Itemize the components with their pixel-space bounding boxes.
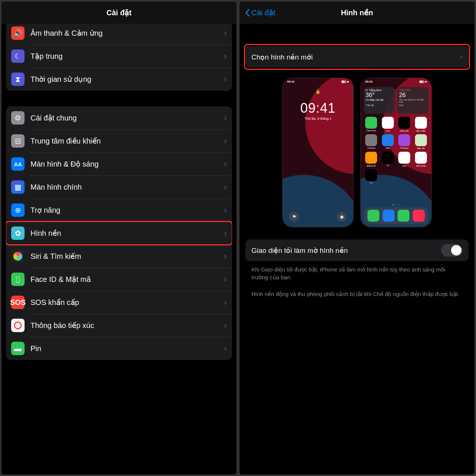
settings-row-label: Màn hình chính bbox=[30, 183, 221, 192]
wallpaper-content: Chọn hình nền mới › 09:41▮▮▯ ▰ 🔒 09:41 T… bbox=[239, 24, 475, 298]
choose-wallpaper-label: Chọn hình nền mới bbox=[251, 53, 460, 61]
chevron-right-icon: › bbox=[224, 159, 227, 169]
settings-row-label: Siri & Tìm kiếm bbox=[30, 252, 221, 261]
chevron-right-icon: › bbox=[224, 320, 227, 331]
settings-row-sos[interactable]: SOSSOS khẩn cấp› bbox=[6, 291, 232, 314]
dim-switch[interactable] bbox=[441, 244, 463, 257]
settings-row-controlcenter[interactable]: ⊟Trung tâm điều khiển› bbox=[6, 129, 232, 152]
lock-icon: 🔒 bbox=[315, 89, 321, 94]
chevron-right-icon: › bbox=[224, 251, 227, 261]
homescreen-icon: ▦ bbox=[11, 180, 25, 194]
general-icon: ⚙ bbox=[11, 111, 25, 125]
settings-row-label: Tập trung bbox=[30, 52, 221, 61]
settings-content[interactable]: 🔊Âm thanh & Cảm ứng›☾Tập trung›⧗Thời gia… bbox=[1, 24, 237, 475]
settings-row-label: Âm thanh & Cảm ứng bbox=[30, 29, 221, 38]
wallpaper-previews: 09:41▮▮▯ ▰ 🔒 09:41 Thứ Ba, 9 tháng 1 ⚑ ◉… bbox=[245, 78, 469, 227]
footer-text-2: Hình nền động và thu phóng phối cảnh bị … bbox=[245, 281, 469, 298]
chevron-right-icon: › bbox=[224, 74, 227, 84]
wallpaper-header: Cài đặt Hình nền bbox=[239, 1, 475, 24]
settings-row-label: Cài đặt chung bbox=[30, 113, 221, 122]
faceid-icon: ⌷ bbox=[11, 273, 25, 286]
settings-row-general[interactable]: ⚙Cài đặt chung› bbox=[6, 106, 232, 129]
settings-row-label: Trợ năng bbox=[30, 206, 221, 215]
chevron-right-icon: › bbox=[224, 113, 227, 123]
weather-widget: H. Trảng Bom 36° Có Mây Vài nơi Thời tiế… bbox=[364, 87, 395, 114]
wallpaper-title: Hình nền bbox=[341, 8, 373, 17]
controlcenter-icon: ⊟ bbox=[11, 134, 25, 148]
back-label: Cài đặt bbox=[251, 8, 275, 17]
choose-wallpaper-row[interactable]: Chọn hình nền mới › bbox=[245, 46, 469, 68]
dim-label: Giao diện tối làm mờ hình nền bbox=[251, 246, 441, 255]
settings-title: Cài đặt bbox=[106, 8, 132, 17]
chevron-left-icon bbox=[245, 9, 250, 17]
settings-group-2: ⚙Cài đặt chung›⊟Trung tâm điều khiển›AAM… bbox=[6, 106, 232, 360]
chevron-right-icon: › bbox=[460, 52, 463, 62]
footer-text-1: Khi Giao diện tối được bật, iPhone sẽ là… bbox=[245, 261, 469, 281]
sos-icon: SOS bbox=[11, 296, 25, 309]
accessibility-icon: ⊕ bbox=[11, 203, 25, 217]
settings-row-label: Hình nền bbox=[30, 229, 221, 238]
chevron-right-icon: › bbox=[224, 28, 227, 38]
settings-row-siri[interactable]: Siri & Tìm kiếm› bbox=[6, 245, 232, 268]
settings-row-label: Màn hình & Độ sáng bbox=[30, 160, 221, 168]
svg-point-0 bbox=[15, 322, 21, 329]
settings-row-label: Pin bbox=[30, 344, 221, 353]
chevron-right-icon: › bbox=[224, 51, 227, 61]
settings-pane: Cài đặt 🔊Âm thanh & Cảm ứng›☾Tập trung›⧗… bbox=[1, 1, 237, 475]
chevron-right-icon: › bbox=[224, 136, 227, 146]
flashlight-icon: ⚑ bbox=[289, 212, 299, 222]
homescreen-preview[interactable]: 09:41▮▮▯ ▰ H. Trảng Bom 36° Có Mây Vài n… bbox=[361, 78, 431, 227]
settings-row-focus[interactable]: ☾Tập trung› bbox=[6, 45, 232, 68]
chevron-right-icon: › bbox=[224, 297, 227, 308]
wallpaper-pane: Cài đặt Hình nền Chọn hình nền mới › 09:… bbox=[239, 1, 475, 475]
dim-toggle-row: Giao diện tối làm mờ hình nền bbox=[245, 239, 469, 261]
siri-icon bbox=[11, 250, 25, 263]
screentime-icon: ⧗ bbox=[11, 73, 25, 86]
back-button[interactable]: Cài đặt bbox=[245, 1, 275, 24]
chevron-right-icon: › bbox=[224, 228, 227, 238]
settings-row-accessibility[interactable]: ⊕Trợ năng› bbox=[6, 199, 232, 222]
dock bbox=[364, 208, 428, 224]
sound-icon: 🔊 bbox=[11, 26, 25, 40]
settings-row-exposure[interactable]: Thông báo tiếp xúc› bbox=[6, 314, 232, 337]
lock-date: Thứ Ba, 9 tháng 1 bbox=[283, 117, 353, 120]
display-icon: AA bbox=[11, 157, 25, 171]
calendar-widget: THỨ BẢY 26 Hôm nay không có sự kiện khác… bbox=[397, 87, 428, 114]
settings-row-label: SOS khẩn cấp bbox=[30, 298, 221, 307]
settings-row-display[interactable]: AAMàn hình & Độ sáng› bbox=[6, 152, 232, 176]
settings-row-screentime[interactable]: ⧗Thời gian sử dụng› bbox=[6, 68, 232, 91]
settings-row-label: Face ID & Mật mã bbox=[30, 275, 221, 284]
lock-time: 09:41 bbox=[283, 100, 353, 116]
settings-row-sound[interactable]: 🔊Âm thanh & Cảm ứng› bbox=[6, 24, 232, 45]
chevron-right-icon: › bbox=[224, 205, 227, 215]
settings-row-label: Thông báo tiếp xúc bbox=[30, 321, 221, 330]
settings-row-wallpaper[interactable]: ✿Hình nền› bbox=[6, 222, 232, 245]
focus-icon: ☾ bbox=[11, 49, 25, 63]
wallpaper-icon: ✿ bbox=[11, 226, 25, 240]
chevron-right-icon: › bbox=[224, 182, 227, 192]
settings-header: Cài đặt bbox=[1, 1, 237, 24]
battery-icon: ▬ bbox=[11, 342, 25, 355]
settings-group-1: 🔊Âm thanh & Cảm ứng›☾Tập trung›⧗Thời gia… bbox=[6, 24, 232, 91]
settings-row-homescreen[interactable]: ▦Màn hình chính› bbox=[6, 176, 232, 199]
lockscreen-preview[interactable]: 09:41▮▮▯ ▰ 🔒 09:41 Thứ Ba, 9 tháng 1 ⚑ ◉ bbox=[283, 78, 353, 227]
chevron-right-icon: › bbox=[224, 343, 227, 354]
exposure-icon bbox=[11, 319, 25, 332]
settings-row-faceid[interactable]: ⌷Face ID & Mật mã› bbox=[6, 268, 232, 291]
settings-row-battery[interactable]: ▬Pin› bbox=[6, 337, 232, 360]
chevron-right-icon: › bbox=[224, 274, 227, 284]
settings-row-label: Thời gian sử dụng bbox=[30, 75, 221, 84]
camera-icon: ◉ bbox=[337, 212, 347, 222]
settings-row-label: Trung tâm điều khiển bbox=[30, 136, 221, 145]
